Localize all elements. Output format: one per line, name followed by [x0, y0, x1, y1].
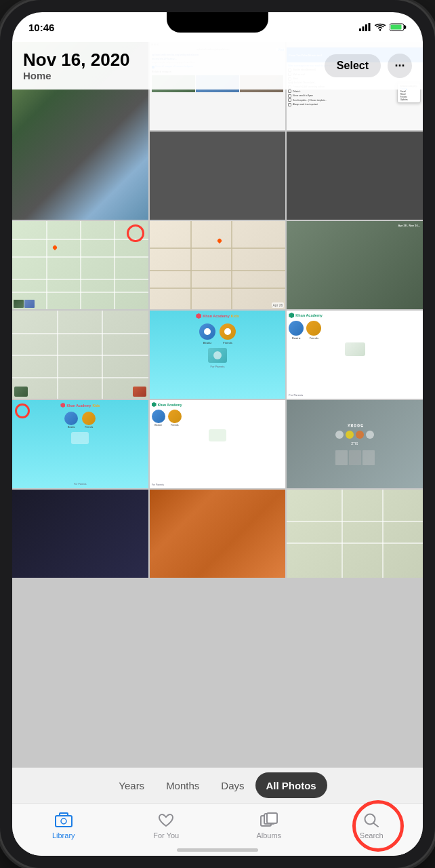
tab-search[interactable]: Search [320, 810, 423, 840]
svg-rect-1 [362, 26, 365, 31]
photo-cell[interactable]: 5008ε 5LΖ [287, 400, 423, 488]
svg-rect-7 [56, 816, 72, 827]
notch [167, 12, 268, 33]
svg-rect-2 [365, 24, 367, 31]
photo-cell[interactable] [150, 490, 286, 578]
photo-cell[interactable] [12, 490, 148, 578]
photo-cell[interactable]: Khan Academy Kids Beatriz Fri [12, 400, 148, 488]
photo-cell[interactable] [287, 490, 423, 578]
svg-line-14 [374, 823, 379, 827]
filter-years-button[interactable]: Years [108, 772, 155, 798]
phone-frame: 10:46 [0, 0, 435, 868]
tab-for-you[interactable]: For You [115, 810, 218, 840]
status-time: 10:46 [28, 22, 54, 33]
library-icon [54, 810, 73, 829]
header-buttons: Select ··· [325, 54, 412, 78]
svg-rect-12 [267, 813, 277, 823]
header-title-block: Nov 16, 2020 Home [23, 50, 130, 81]
albums-icon [260, 810, 278, 829]
tab-albums[interactable]: Albums [218, 810, 320, 840]
for-you-icon [157, 810, 175, 829]
status-icons [359, 23, 407, 31]
filter-all-photos-button[interactable]: All Photos [255, 772, 327, 798]
select-button[interactable]: Select [325, 54, 381, 77]
photo-grid: upload.wikipedia.org/wikipedia/com... Vi… [12, 42, 423, 768]
photo-cell[interactable]: Khan Academy Beatriz Friends [287, 311, 423, 399]
photo-cell[interactable] [12, 311, 148, 399]
tab-for-you-label: For You [153, 831, 179, 840]
svg-rect-0 [359, 28, 361, 31]
svg-rect-3 [369, 23, 371, 31]
battery-icon [390, 23, 407, 31]
filter-months-button[interactable]: Months [155, 772, 210, 798]
signal-icon [359, 23, 371, 31]
svg-rect-6 [391, 25, 402, 30]
photo-cell[interactable]: Apr 28 - Nov 16... [287, 221, 423, 309]
photo-cell[interactable]: Apr 26 [150, 221, 286, 309]
photos-app: Nov 16, 2020 Home Select ··· [12, 12, 423, 856]
photo-cell[interactable] [12, 221, 148, 309]
view-filter-bar: Years Months Days All Photos [12, 768, 423, 803]
photo-cell[interactable] [287, 132, 423, 220]
header-area: Nov 16, 2020 Home Select ··· [12, 42, 423, 90]
photo-cell[interactable]: Khan Academy Kids Beatriz [150, 311, 286, 399]
wifi-icon [375, 23, 386, 31]
tab-albums-label: Albums [256, 831, 281, 840]
header-subtitle: Home [23, 70, 130, 81]
search-icon [362, 810, 381, 829]
tab-library[interactable]: Library [12, 810, 115, 840]
tab-library-label: Library [52, 831, 75, 840]
svg-point-9 [61, 818, 66, 824]
svg-point-4 [379, 29, 381, 31]
phone-screen: 10:46 [12, 12, 423, 856]
photo-cell[interactable]: Khan Academy Beatriz Friends [150, 400, 286, 488]
more-button[interactable]: ··· [388, 54, 412, 78]
home-indicator [177, 848, 258, 852]
header-date: Nov 16, 2020 [23, 50, 130, 70]
filter-days-button[interactable]: Days [210, 772, 255, 798]
tab-search-label: Search [360, 831, 384, 840]
svg-rect-8 [60, 813, 68, 816]
photo-cell[interactable] [150, 132, 286, 220]
